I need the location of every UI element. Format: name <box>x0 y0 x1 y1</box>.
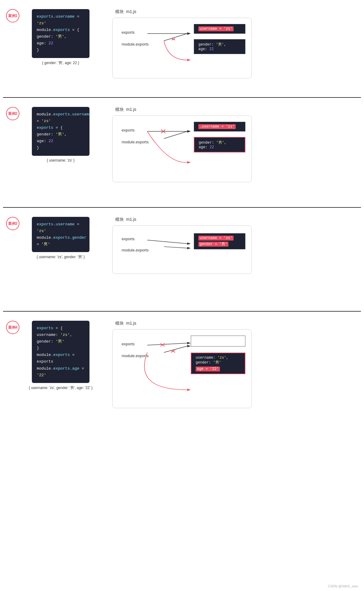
svg-line-24 <box>171 350 175 352</box>
svg-line-16 <box>164 247 187 248</box>
module-box-1: exports module.exports username = 'zs' g… <box>112 18 252 78</box>
svg-line-21 <box>160 343 165 347</box>
svg-marker-26 <box>187 388 190 391</box>
module-exports-label-2: module.exports <box>122 140 149 144</box>
svg-line-10 <box>161 130 165 133</box>
svg-line-22 <box>164 346 187 353</box>
svg-marker-6 <box>187 59 190 61</box>
data-box-2b: gender: '男', age: 22 <box>194 137 245 152</box>
module-exports-label-1: module.exports <box>122 42 149 46</box>
svg-line-11 <box>164 132 187 139</box>
code-block-1: exports.username = 'zs' module.exports =… <box>32 9 89 58</box>
module-box-3: exports module.exports username = 'zs' g… <box>112 225 252 274</box>
exports-label-4: exports <box>122 342 149 346</box>
right-panel-3: 模块 m1.js exports module.exports username… <box>112 217 358 274</box>
result-3: { username: 'zs', gender: '男' } <box>37 255 85 260</box>
svg-line-18 <box>147 343 187 345</box>
exports-label-1: exports <box>122 30 149 35</box>
svg-marker-12 <box>187 130 190 133</box>
badge-3: 案例3 <box>6 217 19 230</box>
svg-marker-23 <box>187 345 190 347</box>
data-box-3a: username = 'zs' gender = '男' <box>194 233 245 249</box>
section-1: 案例1 exports.username = 'zs' module.expor… <box>0 0 364 97</box>
svg-marker-1 <box>187 32 190 35</box>
data-box-4a <box>191 336 245 347</box>
data-box-1a: username = 'zs' <box>194 24 245 34</box>
module-box-4: exports module.exports username: 'zs', g… <box>112 329 252 408</box>
svg-marker-19 <box>187 342 190 344</box>
badge-1: 案例1 <box>6 9 19 22</box>
exports-label-2: exports <box>122 128 149 132</box>
svg-line-5 <box>172 38 175 40</box>
svg-marker-8 <box>187 130 190 133</box>
module-exports-label-3: module.exports <box>122 248 149 252</box>
svg-marker-17 <box>187 247 190 249</box>
right-panel-2: 模块 m1.js exports module.exports .usernam… <box>112 107 358 182</box>
code-block-3: exports.username = 'zs' module.exports.g… <box>32 217 89 252</box>
exports-label-3: exports <box>122 237 149 241</box>
svg-line-9 <box>161 130 165 133</box>
module-title-1: 模块 m1.js <box>115 9 358 15</box>
left-panel-4: exports = { username: 'zs', gender: '男' … <box>27 321 94 391</box>
data-box-1b: gender: '男', age: 22 <box>194 39 245 54</box>
svg-marker-3 <box>187 32 190 35</box>
svg-line-25 <box>171 350 175 352</box>
result-1: { gender: '男', age: 22 } <box>42 60 79 66</box>
result-4: { username: 'zs', gender: '男', age: '22'… <box>29 385 93 391</box>
left-panel-3: exports.username = 'zs' module.exports.g… <box>27 217 94 260</box>
section-4: 案例4 exports = { username: 'zs', gender: … <box>0 312 364 427</box>
left-panel-1: exports.username = 'zs' module.exports =… <box>27 9 94 66</box>
svg-line-20 <box>160 343 165 347</box>
svg-line-4 <box>172 38 175 40</box>
data-box-2a: .username = 'zs' <box>194 122 245 132</box>
module-exports-label-4: module.exports <box>122 354 149 358</box>
section-2: 案例2 module.exports.username = 'zs' expor… <box>0 98 364 207</box>
module-title-2: 模块 m1.js <box>115 107 358 112</box>
code-block-2: module.exports.username = 'zs' exports =… <box>32 107 89 156</box>
module-box-2: exports module.exports .username = 'zs' … <box>112 115 252 182</box>
svg-line-14 <box>147 240 187 244</box>
right-panel-1: 模块 m1.js exports module.exports username… <box>112 9 358 78</box>
badge-4: 案例4 <box>6 321 19 334</box>
module-title-3: 模块 m1.js <box>115 217 358 222</box>
svg-marker-13 <box>187 161 190 164</box>
result-2: { username: 'zs' } <box>47 158 74 162</box>
right-panel-4: 模块 m1.js exports module.exports username… <box>112 321 358 408</box>
section-3: 案例3 exports.username = 'zs' module.expor… <box>0 208 364 311</box>
left-panel-2: module.exports.username = 'zs' exports =… <box>27 107 94 162</box>
svg-line-2 <box>164 33 187 41</box>
svg-marker-15 <box>187 242 190 245</box>
watermark: CSDN @Stitch_xiao <box>328 584 358 588</box>
module-title-4: 模块 m1.js <box>115 321 358 326</box>
code-block-4: exports = { username: 'zs', gender: '男' … <box>32 321 89 383</box>
badge-2: 案例2 <box>6 107 19 120</box>
data-box-4b: username: 'zs', gender: '男' age = '22' <box>191 353 245 374</box>
